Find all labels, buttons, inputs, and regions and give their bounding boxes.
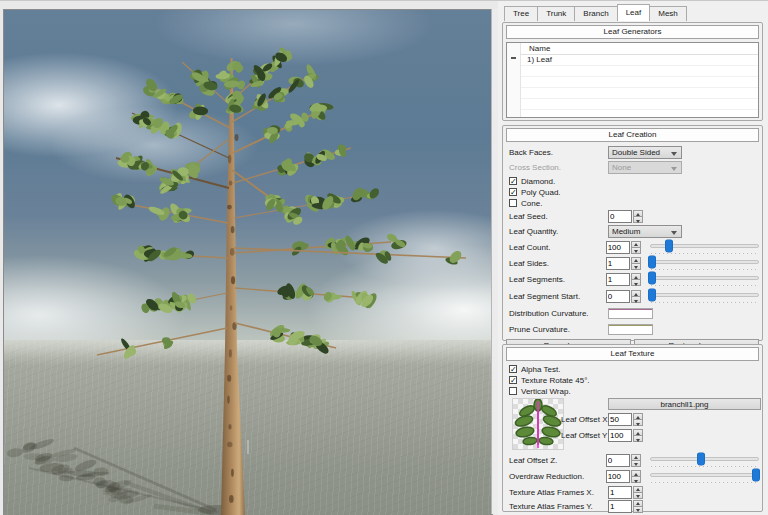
prune-curvature-editor[interactable] — [608, 324, 653, 335]
leaf-sides-input[interactable] — [606, 257, 630, 270]
dropdown-arrow-icon — [671, 231, 677, 235]
leaf-creation-title: Leaf Creation — [506, 128, 759, 142]
leaf-segments-input[interactable] — [606, 273, 630, 286]
overdraw-reduction-slider[interactable] — [650, 469, 759, 484]
spin-down-icon[interactable] — [633, 216, 643, 223]
leaf-sides-label: Leaf Sides. — [506, 259, 606, 268]
texture-atlas-frames-y-input[interactable] — [608, 500, 632, 513]
diamond-label: Diamond. — [521, 177, 555, 186]
leaf-texture-image — [513, 399, 563, 449]
texture-rotate-45-checkbox[interactable] — [509, 376, 517, 384]
slider-thumb[interactable] — [648, 256, 655, 268]
spin-down-icon[interactable] — [631, 247, 641, 254]
leaf-count-input[interactable] — [606, 241, 630, 254]
list-item-leaf[interactable]: 1) Leaf — [520, 55, 758, 66]
leaf-quantity-dropdown[interactable]: Medium — [608, 225, 682, 238]
leaf-seed-stepper — [608, 210, 643, 223]
spin-down-icon[interactable] — [631, 263, 641, 270]
slider-thumb[interactable] — [752, 469, 759, 481]
dropdown-arrow-icon — [671, 152, 677, 156]
leaf-offset-y-input[interactable] — [608, 429, 632, 442]
tab-tree[interactable]: Tree — [504, 6, 538, 21]
texture-file-button[interactable]: branchll1.png — [608, 398, 761, 410]
texture-atlas-frames-y-label: Texture Atlas Frames Y. — [506, 502, 608, 511]
distribution-curvature-label: Distribution Curvature. — [506, 309, 608, 318]
leaf-creation-group: Leaf Creation Back Faces. Double Sided C… — [502, 125, 763, 341]
leaf-segments-slider[interactable] — [650, 272, 759, 287]
leaf-quantity-label: Leaf Quantity. — [506, 227, 608, 236]
spin-down-icon[interactable] — [631, 296, 641, 303]
leaf-generators-group: Leaf Generators Name 1) Leaf — [502, 22, 763, 121]
spin-down-icon[interactable] — [633, 492, 643, 499]
texture-atlas-frames-x-label: Texture Atlas Frames X. — [506, 488, 608, 497]
leaf-offset-x-label: Leaf Offset X — [561, 415, 608, 424]
leaf-count-stepper — [606, 241, 641, 254]
slider-thumb[interactable] — [666, 240, 673, 252]
leaf-count-slider[interactable] — [650, 240, 759, 255]
cone-checkbox[interactable] — [509, 199, 517, 207]
tab-mesh[interactable]: Mesh — [649, 6, 687, 21]
vertical-wrap-label: Vertical Wrap. — [521, 387, 571, 396]
leaf-offset-z-label: Leaf Offset Z. — [506, 456, 606, 465]
leaf-segments-label: Leaf Segments. — [506, 275, 606, 284]
texture-rotate-45-label: Texture Rotate 45°. — [521, 376, 590, 385]
leaf-segment-start-input[interactable] — [606, 290, 630, 303]
slider-thumb[interactable] — [648, 289, 655, 301]
leaf-texture-preview[interactable] — [512, 398, 564, 450]
leaf-segments-stepper — [606, 273, 641, 286]
spin-down-icon[interactable] — [631, 460, 641, 467]
tree-editor-window: Tree Trunk Branch Leaf Mesh Leaf Generat… — [0, 0, 768, 515]
spin-down-icon[interactable] — [631, 279, 641, 286]
leaf-generators-title: Leaf Generators — [506, 25, 759, 39]
poly-quad-checkbox[interactable] — [509, 188, 517, 196]
back-faces-dropdown[interactable]: Double Sided — [608, 146, 682, 159]
spin-down-icon[interactable] — [631, 476, 641, 483]
leaf-offset-z-stepper — [606, 454, 641, 467]
leaf-offset-z-input[interactable] — [606, 454, 630, 467]
leaf-segment-start-slider[interactable] — [650, 289, 759, 304]
vertical-wrap-checkbox[interactable] — [509, 387, 517, 395]
leaf-offset-y-label: Leaf Offset Y — [561, 431, 608, 440]
dropdown-arrow-icon — [671, 167, 677, 171]
prune-curvature-label: Prune Curvature. — [506, 325, 608, 334]
generator-list[interactable]: Name 1) Leaf — [506, 42, 759, 118]
spin-down-icon[interactable] — [633, 419, 643, 426]
distribution-curvature-editor[interactable] — [608, 308, 653, 319]
leaf-offset-x-input[interactable] — [608, 413, 632, 426]
leaf-seed-input[interactable] — [608, 210, 632, 223]
viewport-3d[interactable] — [3, 9, 493, 515]
leaf-texture-group: Leaf Texture Alpha Test. Texture Rotate … — [502, 344, 763, 512]
leaf-count-label: Leaf Count. — [506, 243, 606, 252]
poly-quad-label: Poly Quad. — [521, 188, 561, 197]
tree-render — [4, 10, 492, 515]
leaf-sides-slider[interactable] — [650, 256, 759, 271]
list-header-name: Name — [520, 43, 758, 55]
leaf-segment-start-label: Leaf Segment Start. — [506, 292, 606, 301]
texture-atlas-frames-x-input[interactable] — [608, 486, 632, 499]
tab-trunk[interactable]: Trunk — [537, 6, 575, 21]
cross-section-label: Cross Section. — [506, 163, 608, 172]
current-row-marker-icon — [511, 57, 516, 59]
alpha-test-checkbox[interactable] — [509, 365, 517, 373]
spin-down-icon[interactable] — [633, 435, 643, 442]
tab-branch[interactable]: Branch — [574, 6, 617, 21]
diamond-checkbox[interactable] — [509, 177, 517, 185]
cone-label: Cone. — [521, 199, 542, 208]
overdraw-reduction-input[interactable] — [606, 470, 630, 483]
slider-thumb[interactable] — [648, 272, 655, 284]
leaf-offset-x-stepper — [608, 413, 643, 426]
overdraw-reduction-stepper — [606, 470, 641, 483]
tab-leaf[interactable]: Leaf — [617, 4, 651, 21]
back-faces-label: Back Faces. — [506, 148, 608, 157]
properties-panel: Tree Trunk Branch Leaf Mesh Leaf Generat… — [498, 1, 768, 515]
spin-down-icon[interactable] — [633, 506, 643, 513]
overdraw-reduction-label: Overdraw Reduction. — [506, 472, 606, 481]
tab-bar: Tree Trunk Branch Leaf Mesh — [504, 4, 686, 21]
list-selector-column — [507, 43, 521, 117]
leaf-offset-z-slider[interactable] — [650, 453, 759, 468]
texture-atlas-frames-y-stepper — [608, 500, 643, 513]
leaf-texture-title: Leaf Texture — [506, 347, 759, 361]
slider-thumb[interactable] — [698, 453, 705, 465]
alpha-test-label: Alpha Test. — [521, 365, 560, 374]
leaf-seed-label: Leaf Seed. — [506, 212, 608, 221]
